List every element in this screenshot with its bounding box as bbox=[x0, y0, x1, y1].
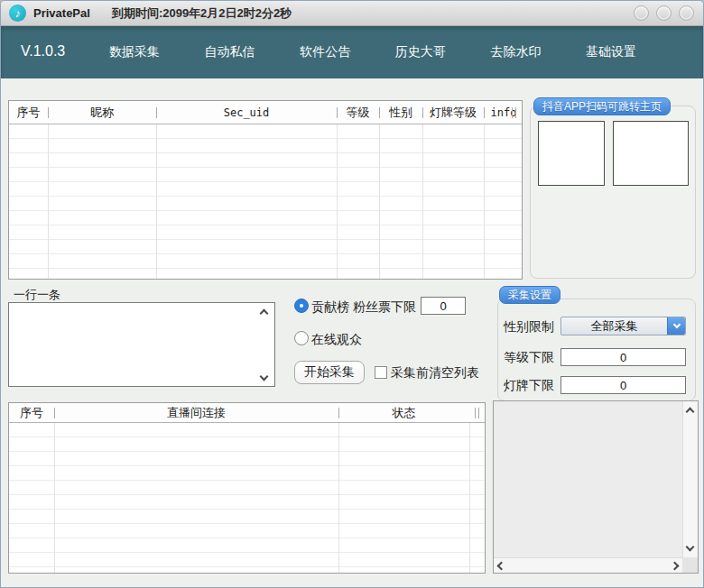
clear-before-collect-checkbox[interactable] bbox=[375, 366, 387, 379]
lamp-min-label: 灯牌下限 bbox=[504, 378, 554, 394]
gender-limit-select[interactable]: 全部采集 bbox=[560, 317, 686, 335]
col-header-room-index[interactable]: 序号 bbox=[9, 405, 54, 421]
maximize-button[interactable] bbox=[656, 5, 672, 21]
qr-panel-title-badge: 抖音APP扫码可跳转主页 bbox=[533, 97, 671, 115]
vertical-scrollbar[interactable] bbox=[682, 401, 698, 557]
level-min-label: 等级下限 bbox=[504, 350, 554, 366]
user-table-header[interactable]: 序号 昵称 Sec_uid 等级 性别 灯牌等级 info bbox=[9, 101, 522, 124]
start-collect-button[interactable]: 开始采集 bbox=[294, 361, 365, 384]
nav-item-announcement[interactable]: 软件公告 bbox=[289, 37, 361, 68]
fan-ticket-input[interactable] bbox=[421, 297, 466, 315]
qr-code-box-left bbox=[538, 121, 605, 186]
log-panel bbox=[493, 400, 699, 574]
nav-item-settings[interactable]: 基础设置 bbox=[575, 37, 647, 68]
close-button[interactable] bbox=[679, 5, 694, 21]
app-logo-music-note-icon: ♪ bbox=[9, 5, 26, 22]
room-table: 序号 直播间连接 状态 bbox=[8, 402, 486, 574]
col-header-info[interactable]: info bbox=[484, 106, 523, 119]
radio-contribution-rank[interactable] bbox=[294, 299, 309, 313]
app-title: PrivatePal bbox=[33, 6, 90, 20]
room-links-textarea[interactable] bbox=[8, 302, 275, 387]
col-header-level[interactable]: 等级 bbox=[337, 105, 379, 121]
col-header-index[interactable]: 序号 bbox=[9, 105, 48, 121]
nav-item-history[interactable]: 历史大哥 bbox=[384, 37, 457, 68]
col-header-gender[interactable]: 性别 bbox=[379, 105, 422, 121]
col-header-nickname[interactable]: 昵称 bbox=[48, 105, 156, 121]
radio-online-viewers[interactable] bbox=[294, 331, 309, 345]
nav-bar: V.1.0.3 数据采集 自动私信 软件公告 历史大哥 去除水印 基础设置 bbox=[1, 26, 703, 78]
qr-code-box-right bbox=[613, 121, 689, 186]
user-table-body[interactable] bbox=[9, 124, 522, 279]
col-header-lamp-level[interactable]: 灯牌等级 bbox=[422, 105, 484, 121]
nav-item-data-collect[interactable]: 数据采集 bbox=[98, 37, 171, 68]
scroll-down-icon[interactable] bbox=[686, 543, 695, 552]
nav-item-auto-message[interactable]: 自动私信 bbox=[194, 37, 266, 68]
col-header-secuid[interactable]: Sec_uid bbox=[156, 106, 337, 119]
radio-online-label[interactable]: 在线观众 bbox=[311, 332, 362, 348]
radio-contribution-label[interactable]: 贡献榜 bbox=[311, 299, 349, 316]
fan-ticket-label: 粉丝票下限 bbox=[353, 299, 416, 316]
title-bar: ♪ PrivatePal 到期时间:2099年2月2日2时2分2秒 bbox=[1, 1, 703, 26]
scroll-left-icon[interactable] bbox=[497, 561, 506, 570]
room-table-body[interactable] bbox=[9, 423, 485, 573]
scroll-right-icon[interactable] bbox=[671, 561, 680, 570]
gender-limit-selected-value: 全部采集 bbox=[561, 318, 667, 335]
version-label: V.1.0.3 bbox=[21, 43, 65, 60]
lamp-min-input[interactable] bbox=[560, 376, 686, 394]
gender-limit-label: 性别限制 bbox=[504, 319, 554, 335]
scroll-up-icon[interactable] bbox=[686, 408, 695, 417]
minimize-button[interactable] bbox=[634, 5, 649, 21]
app-window: ♪ PrivatePal 到期时间:2099年2月2日2时2分2秒 V.1.0.… bbox=[0, 0, 704, 588]
col-header-room-link[interactable]: 直播间连接 bbox=[54, 405, 338, 421]
level-min-input[interactable] bbox=[560, 348, 686, 366]
scrollbar-corner bbox=[682, 557, 698, 573]
nav-item-watermark[interactable]: 去除水印 bbox=[479, 37, 551, 68]
expiry-time-text: 到期时间:2099年2月2日2时2分2秒 bbox=[112, 5, 292, 22]
col-header-room-status[interactable]: 状态 bbox=[338, 405, 469, 421]
dropdown-chevron-icon[interactable] bbox=[667, 317, 685, 335]
lines-hint-label: 一行一条 bbox=[14, 287, 60, 303]
collect-settings-title-badge: 采集设置 bbox=[499, 286, 560, 304]
clear-before-collect-label: 采集前清空列表 bbox=[391, 365, 479, 381]
user-table: 序号 昵称 Sec_uid 等级 性别 灯牌等级 info bbox=[8, 100, 523, 280]
horizontal-scrollbar[interactable] bbox=[494, 557, 682, 573]
room-table-header[interactable]: 序号 直播间连接 状态 bbox=[9, 403, 485, 423]
